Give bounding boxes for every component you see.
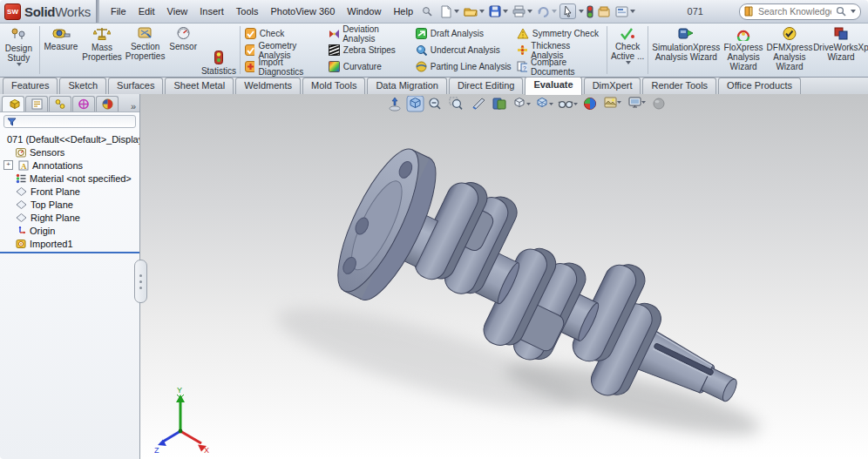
menu-file[interactable]: File	[105, 3, 132, 20]
tab-mold-tools[interactable]: Mold Tools	[302, 78, 365, 95]
mass-properties-button[interactable]: Mass Properties	[80, 24, 124, 77]
search-input[interactable]	[756, 5, 833, 17]
tab-office-products[interactable]: Office Products	[718, 78, 801, 95]
dimxpert-manager-icon	[78, 98, 90, 110]
measure-button[interactable]: Measure	[42, 24, 81, 77]
tree-filter-bar[interactable]	[3, 115, 136, 128]
search-dropdown-icon[interactable]	[851, 10, 856, 13]
check-active-dropdown-icon[interactable]	[626, 61, 631, 64]
panel-expand-chevron[interactable]: »	[131, 101, 136, 111]
deviation-analysis-button[interactable]: Deviation Analysis	[326, 25, 413, 42]
annotations-icon: A	[18, 160, 29, 171]
design-study-dropdown-icon[interactable]	[17, 63, 22, 66]
save-dropdown-icon[interactable]	[503, 10, 508, 13]
pin-menu-icon[interactable]	[419, 4, 435, 18]
tab-features[interactable]: Features	[3, 78, 58, 95]
tab-evaluate[interactable]: Evaluate	[525, 77, 581, 95]
curvature-button[interactable]: Curvature	[326, 58, 413, 75]
check-button[interactable]: Check	[242, 25, 326, 42]
dfmxpress-icon	[782, 26, 797, 41]
save-button[interactable]	[487, 4, 510, 18]
svg-text:A: A	[21, 161, 27, 170]
solidworks-logo-icon: SW	[4, 3, 21, 20]
open-dropdown-icon[interactable]	[479, 10, 485, 13]
sensor-button[interactable]: Sensor	[166, 24, 200, 77]
menu-help[interactable]: Help	[387, 3, 419, 20]
tree-root-part[interactable]: 071 (Default<<Default>_Display	[0, 132, 139, 145]
undercut-analysis-icon	[416, 44, 427, 56]
tree-item-material[interactable]: Material <not specified>	[0, 172, 139, 185]
geometry-analysis-button[interactable]: Geometry Analysis	[242, 42, 326, 58]
triad-z-label: Z	[154, 446, 159, 454]
menu-view[interactable]: View	[161, 3, 194, 20]
feature-manager-tab[interactable]	[2, 96, 24, 111]
knowledge-base-search[interactable]	[739, 3, 861, 20]
section-properties-icon	[137, 26, 153, 40]
tree-item-origin[interactable]: Origin	[0, 224, 139, 237]
search-icon[interactable]	[836, 6, 846, 17]
options-button[interactable]	[596, 5, 613, 18]
simulationxpress-wizard-button[interactable]: SimulationXpress Analysis Wizard	[650, 24, 722, 77]
tree-item-sensors[interactable]: Sensors	[0, 145, 139, 159]
dimxpert-manager-tab[interactable]	[72, 96, 95, 111]
floxpress-wizard-button[interactable]: FloXpress Analysis Wizard	[722, 24, 765, 77]
new-document-button[interactable]	[438, 4, 461, 19]
tab-dimxpert[interactable]: DimXpert	[584, 78, 641, 95]
draft-analysis-button[interactable]: Draft Analysis	[413, 25, 514, 42]
tab-sketch[interactable]: Sketch	[59, 78, 106, 95]
panel-splitter-handle[interactable]	[134, 260, 147, 303]
print-button[interactable]	[511, 4, 534, 18]
select-dropdown-icon[interactable]	[579, 10, 584, 13]
tree-item-front-plane[interactable]: Front Plane	[0, 185, 139, 198]
imported-feature-icon	[16, 239, 26, 249]
property-manager-tab[interactable]	[25, 96, 48, 111]
driveworksxpress-wizard-button[interactable]: DriveWorksXp Wizard	[814, 24, 868, 77]
select-tool-button[interactable]	[559, 3, 576, 19]
menu-edit[interactable]: Edit	[132, 3, 161, 20]
compare-documents-button[interactable]: ? Compare Documents	[514, 58, 605, 75]
tab-render-tools[interactable]: Render Tools	[642, 78, 716, 95]
import-diagnostics-button[interactable]: Import Diagnostics	[242, 58, 326, 75]
check-active-button[interactable]: Check Active ...	[609, 24, 647, 77]
new-document-dropdown-icon[interactable]	[454, 10, 459, 13]
task-pane-dropdown-icon[interactable]	[630, 10, 635, 13]
tree-item-annotations[interactable]: + A Annotations	[0, 159, 139, 172]
open-document-button[interactable]	[462, 4, 486, 18]
display-manager-tab[interactable]	[96, 96, 119, 111]
tree-item-right-plane[interactable]: Right Plane	[0, 211, 139, 224]
expand-plus-icon[interactable]: +	[3, 160, 13, 170]
parting-line-analysis-button[interactable]: Parting Line Analysis	[413, 58, 514, 75]
tab-direct-editing[interactable]: Direct Editing	[449, 78, 523, 95]
menu-tools[interactable]: Tools	[230, 3, 265, 20]
print-dropdown-icon[interactable]	[527, 10, 532, 13]
undo-button[interactable]	[535, 4, 559, 18]
tab-weldments[interactable]: Weldments	[235, 78, 301, 95]
statistics-button[interactable]: Statistics	[200, 24, 238, 77]
menu-insert[interactable]: Insert	[193, 3, 230, 20]
tree-item-top-plane[interactable]: Top Plane	[0, 198, 139, 211]
dfmxpress-wizard-button[interactable]: DFMXpress Analysis Wizard	[765, 24, 814, 77]
symmetry-check-button[interactable]: Symmetry Check	[514, 25, 605, 42]
tab-data-migration[interactable]: Data Migration	[367, 78, 447, 95]
title-bar: SW SolidWorks File Edit View Insert Tool…	[0, 0, 868, 24]
thickness-analysis-button[interactable]: Thickness Analysis	[514, 42, 605, 58]
undercut-analysis-button[interactable]: Undercut Analysis	[413, 42, 514, 58]
part-tree-icon	[7, 98, 20, 110]
design-study-button[interactable]: Design Study	[0, 24, 37, 77]
task-pane-button[interactable]	[614, 5, 637, 18]
feature-manager-panel: » 071 (Default<<Default>_Display Sensors…	[0, 94, 140, 459]
interference-check-icon[interactable]	[585, 4, 595, 19]
design-study-icon	[10, 26, 27, 42]
tab-sheet-metal[interactable]: Sheet Metal	[165, 78, 234, 95]
undo-dropdown-icon[interactable]	[552, 10, 557, 13]
section-properties-button[interactable]: Section Properties	[124, 24, 167, 77]
zebra-stripes-button[interactable]: Zebra Stripes	[326, 42, 413, 58]
menu-photoview-360[interactable]: PhotoView 360	[264, 3, 341, 20]
graphics-viewport[interactable]: Y X Z	[140, 94, 868, 459]
model-crankshaft[interactable]	[140, 94, 868, 459]
tree-item-imported1[interactable]: Imported1	[0, 237, 139, 250]
deviation-analysis-icon	[329, 28, 339, 39]
tab-surfaces[interactable]: Surfaces	[108, 78, 163, 95]
menu-window[interactable]: Window	[341, 3, 387, 20]
configuration-manager-tab[interactable]	[49, 96, 71, 111]
